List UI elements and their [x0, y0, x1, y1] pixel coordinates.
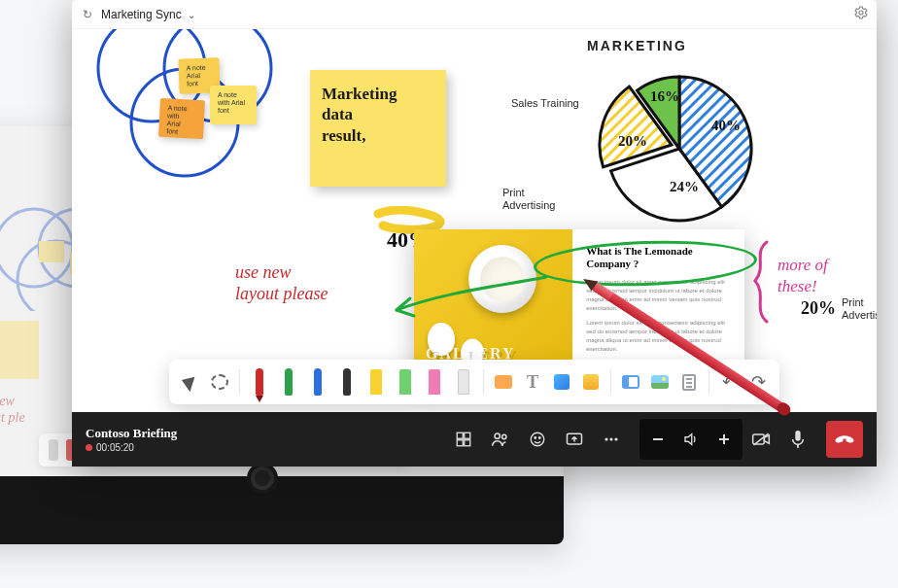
highlighter-yellow[interactable]	[363, 363, 390, 401]
svg-rect-16	[457, 440, 463, 446]
lasso-tool[interactable]	[206, 363, 233, 401]
volume-up-button[interactable]	[708, 421, 741, 458]
bg-red-annotation: use newlayout ple	[0, 394, 25, 427]
bg-camera-lens	[255, 470, 270, 486]
sticky-note-b[interactable]: A note with Arial font	[158, 98, 205, 139]
share-screen-button[interactable]	[556, 421, 593, 458]
svg-point-25	[609, 437, 612, 440]
card-body-2: Lorem ipsum dolor sit amet consectetur a…	[586, 319, 731, 354]
svg-point-18	[495, 433, 500, 438]
redo-button[interactable]: ↷	[744, 363, 772, 401]
svg-point-21	[535, 437, 536, 439]
label-sales-training: Sales Training	[511, 97, 579, 110]
pink-brace-icon	[747, 238, 777, 326]
pointer-tool[interactable]	[177, 363, 204, 401]
svg-rect-15	[465, 432, 470, 438]
pie-label-24: 24%	[670, 180, 699, 194]
svg-point-22	[539, 437, 541, 439]
recording-dot-icon	[86, 444, 92, 451]
svg-rect-27	[653, 438, 663, 440]
label-print-adv-2: Print Advertising	[842, 296, 877, 322]
mic-toggle-button[interactable]	[779, 421, 816, 458]
svg-point-19	[502, 434, 506, 438]
whiteboard-canvas[interactable]: A note Arial font A note with Arial font…	[72, 29, 877, 412]
svg-rect-29	[723, 434, 725, 444]
insert-document-tool[interactable]	[675, 363, 703, 401]
svg-point-5	[859, 11, 863, 15]
leave-call-button[interactable]	[826, 421, 863, 458]
annotation-20pct: 20%	[801, 299, 836, 317]
pie-title: MARKETING	[587, 39, 781, 52]
svg-rect-14	[457, 432, 463, 438]
whiteboard-toolbar: .pen-body[style*='cf2a2a']:before{border…	[169, 360, 779, 404]
shape-tool[interactable]	[490, 363, 517, 401]
svg-point-20	[531, 432, 544, 446]
undo-button[interactable]: ↶	[715, 363, 743, 401]
svg-point-26	[614, 437, 617, 440]
inserted-doc-card[interactable]: GALLERY GALLERY What is The Lemonade Com…	[414, 229, 744, 375]
cup-image	[468, 245, 536, 313]
meeting-title: Contoso Briefing	[86, 427, 177, 439]
teams-meeting-bar: Contoso Briefing 00:05:20	[72, 412, 877, 467]
pie-label-40: 40%	[711, 119, 741, 133]
people-button[interactable]	[482, 421, 519, 458]
svg-rect-33	[797, 444, 799, 448]
pie-chart[interactable]: MARKETING 16% 40% 24%	[587, 39, 781, 240]
pie-label-16: 16%	[650, 89, 679, 104]
big-sticky-note[interactable]: Marketing data result,	[310, 70, 446, 187]
bg-sticky: Mdares	[0, 321, 39, 379]
chevron-down-icon: ⌄	[186, 10, 196, 20]
meeting-timer: 00:05:20	[96, 442, 134, 453]
template-tool[interactable]	[617, 363, 644, 401]
sticky-note-tool[interactable]	[577, 363, 604, 401]
pen-green[interactable]	[275, 363, 302, 401]
label-print-adv: Print Advertising	[502, 187, 555, 212]
cube3d-tool[interactable]	[548, 363, 575, 401]
card-heading: What is The Lemonade Company ?	[586, 245, 731, 270]
svg-rect-30	[753, 434, 765, 444]
card-body-1: Lorem ipsum dolor sit amet consectetur a…	[586, 278, 731, 313]
reactions-button[interactable]	[519, 421, 556, 458]
sticky-note-c[interactable]: A note with Arial font	[210, 86, 257, 124]
whiteboard-window: ↻ Marketing Sync ⌄ A note Arial font A n…	[72, 0, 877, 467]
highlighter-green[interactable]	[392, 363, 419, 401]
svg-rect-3	[39, 241, 64, 262]
annotation-use-new-layout: use new layout please	[235, 262, 328, 304]
camera-toggle-button[interactable]	[743, 421, 779, 458]
refresh-icon[interactable]: ↻	[80, 7, 95, 22]
svg-rect-17	[465, 440, 470, 446]
insert-image-tool[interactable]	[646, 363, 674, 401]
svg-line-31	[754, 433, 769, 445]
svg-rect-32	[795, 431, 800, 441]
pen-red[interactable]: .pen-body[style*='cf2a2a']:before{border…	[246, 363, 273, 401]
text-tool[interactable]: T	[519, 363, 546, 401]
board-title[interactable]: Marketing Sync ⌄	[101, 8, 195, 21]
annotation-more-of-these: more of these!	[777, 255, 828, 297]
svg-point-24	[604, 437, 607, 440]
title-bar: ↻ Marketing Sync ⌄	[72, 0, 877, 29]
speaker-button[interactable]	[674, 421, 708, 458]
layout-grid-button[interactable]	[445, 421, 482, 458]
settings-gear-icon[interactable]	[853, 5, 869, 23]
pen-blue[interactable]	[304, 363, 331, 401]
pen-black[interactable]	[333, 363, 361, 401]
volume-down-button[interactable]	[641, 421, 674, 458]
eraser-tool[interactable]	[450, 363, 477, 401]
pie-label-20: 20%	[618, 134, 647, 149]
meeting-info: Contoso Briefing 00:05:20	[86, 427, 177, 453]
more-actions-button[interactable]	[593, 421, 630, 458]
highlighter-pink[interactable]	[421, 363, 448, 401]
